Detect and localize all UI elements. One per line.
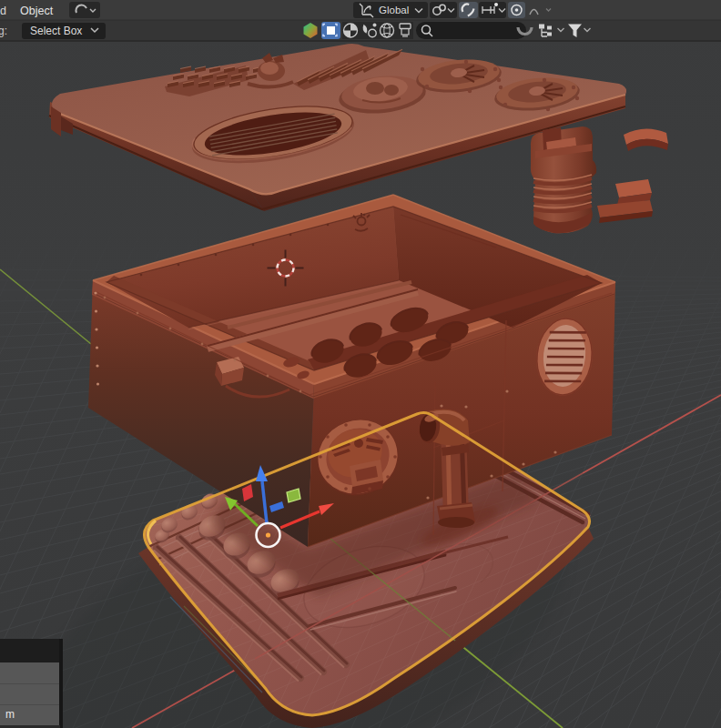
svg-text:d: d: [0, 5, 6, 17]
svg-text:Object: Object: [20, 5, 54, 17]
svg-text:g:: g:: [0, 25, 7, 37]
svg-text:Select Box: Select Box: [30, 25, 82, 37]
svg-text:m: m: [5, 708, 15, 721]
svg-text:Global: Global: [379, 5, 409, 15]
